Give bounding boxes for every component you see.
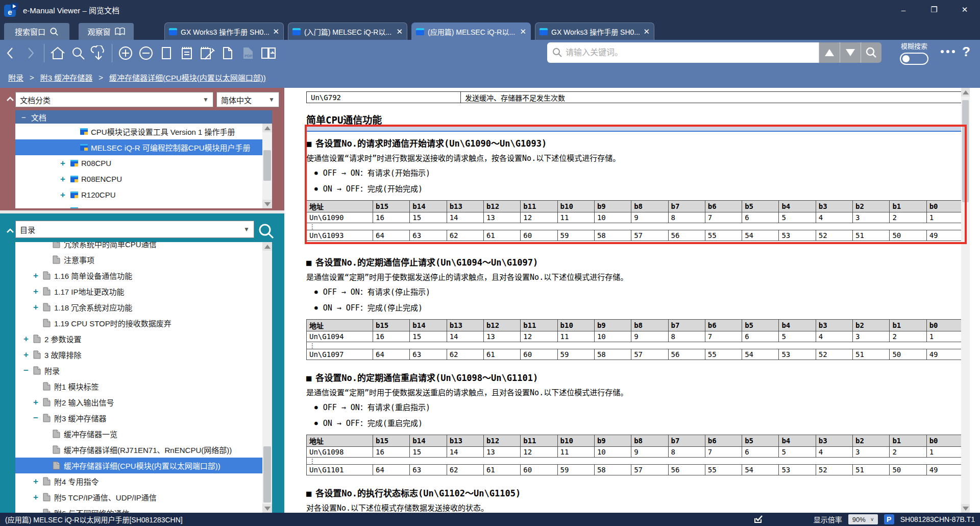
cloud-download-icon[interactable]: [88, 43, 109, 63]
facing-pages-icon[interactable]: [258, 43, 279, 63]
zoom-level-dropdown[interactable]: 90% ˅: [848, 514, 878, 524]
table-cell: 51: [853, 465, 890, 475]
toc-search-icon[interactable]: [258, 223, 275, 240]
minimize-button[interactable]: –: [888, 0, 919, 19]
expand-plus-icon[interactable]: +: [60, 190, 70, 200]
document-tree-header[interactable]: − 文档: [15, 110, 272, 124]
find-previous-button[interactable]: [819, 42, 840, 63]
help-icon[interactable]: ?: [962, 44, 970, 60]
close-tab-icon[interactable]: ✕: [396, 27, 403, 36]
tree-item[interactable]: +1.17 IP地址更改功能: [15, 283, 272, 299]
breadcrumb-link[interactable]: 附3 缓冲存储器: [40, 72, 93, 83]
pdf-badge-icon[interactable]: P: [884, 514, 894, 524]
table-cell: 3: [853, 212, 890, 223]
collapse-icon[interactable]: −: [21, 113, 26, 122]
zoom-in-icon[interactable]: [115, 43, 136, 63]
tree-item[interactable]: 缓冲存储器详细(RJ71EN71、RnENCPU(网络部)): [15, 442, 272, 458]
expand-plus-icon[interactable]: +: [33, 492, 43, 503]
find-next-button[interactable]: [840, 42, 861, 63]
home-icon[interactable]: [47, 43, 68, 63]
close-button[interactable]: ✕: [949, 0, 980, 19]
tree-item[interactable]: 1.19 CPU STOP时的接收数据废弃: [15, 315, 272, 331]
more-options-icon[interactable]: [941, 50, 955, 53]
tree-item[interactable]: CPU模块记录设置工具 Version 1 操作手册: [15, 124, 272, 139]
table-cell: 63: [410, 230, 447, 241]
collapse-doc-panel-icon[interactable]: [6, 96, 14, 102]
tree-item[interactable]: 附1 模块标签: [15, 378, 272, 394]
expand-plus-icon[interactable]: +: [23, 350, 33, 360]
tree-item[interactable]: 缓冲存储器一览: [15, 426, 272, 442]
document-tab[interactable]: (入门篇) MELSEC iQ-R以...✕: [288, 22, 407, 40]
close-tab-icon[interactable]: ✕: [520, 27, 526, 36]
collapse-toc-panel-icon[interactable]: [6, 228, 14, 234]
memo-edit-icon[interactable]: [197, 43, 217, 63]
bookmark-icon[interactable]: [156, 43, 177, 63]
document-tree-scrollbar[interactable]: [262, 124, 272, 208]
memo-icon[interactable]: [177, 43, 197, 63]
page-icon[interactable]: [217, 43, 238, 63]
toc-tree-scrollbar[interactable]: [262, 242, 272, 513]
expand-plus-icon[interactable]: +: [33, 397, 43, 408]
fuzzy-search-toggle[interactable]: [900, 53, 928, 65]
close-tab-icon[interactable]: ✕: [273, 27, 279, 36]
collapse-minus-icon[interactable]: −: [23, 366, 33, 376]
expand-plus-icon[interactable]: +: [60, 206, 70, 209]
tree-item[interactable]: +3 故障排除: [15, 347, 272, 363]
expand-plus-icon[interactable]: +: [60, 174, 70, 184]
tree-item[interactable]: +附2 输入输出信号: [15, 394, 272, 410]
tree-item[interactable]: +附4 专用指令: [15, 473, 272, 489]
tree-item[interactable]: 附6 与不同网络的通信: [15, 505, 272, 513]
tree-item[interactable]: +: [15, 203, 272, 208]
expand-plus-icon[interactable]: +: [33, 302, 43, 313]
table-row: Un\G792 发送缓冲、存储器不足发生次数: [307, 92, 964, 103]
toc-dropdown[interactable]: 目录 ▼: [15, 221, 254, 238]
forward-icon[interactable]: [20, 43, 41, 63]
zoom-out-icon[interactable]: [136, 43, 156, 63]
expand-plus-icon[interactable]: +: [23, 334, 33, 344]
expand-plus-icon[interactable]: +: [60, 158, 70, 169]
bit-pattern-table: 地址b15b14b13b12b11b10b9b8b7b6b5b4b3b2b1b0…: [306, 200, 964, 241]
keyword-search-input[interactable]: [547, 42, 819, 63]
tree-item[interactable]: 缓冲存储器详细(CPU模块(内置以太网端口部)): [15, 458, 272, 473]
pdf-icon[interactable]: PDF: [238, 43, 258, 63]
document-tab[interactable]: (应用篇) MELSEC iQ-R以...✕: [411, 22, 531, 40]
table-cell: 60: [521, 349, 557, 360]
breadcrumb-link[interactable]: 附录: [8, 72, 23, 83]
tree-item[interactable]: +R08CPU: [15, 155, 272, 171]
tree-item[interactable]: −附录: [15, 363, 272, 378]
document-category-dropdown[interactable]: 文档分类 ▼: [15, 92, 213, 107]
language-dropdown[interactable]: 简体中文 ▼: [216, 92, 279, 107]
expand-plus-icon[interactable]: +: [33, 476, 43, 487]
expand-plus-icon[interactable]: +: [33, 271, 43, 281]
content-scrollbar[interactable]: [961, 88, 970, 513]
document-tab[interactable]: GX Works3 操作手册 SH0...✕: [535, 22, 654, 40]
tree-item[interactable]: +附5 TCP/IP通信、UDP/IP通信: [15, 489, 272, 505]
breadcrumb-link[interactable]: 缓冲存储器详细(CPU模块(内置以太网端口部)): [109, 72, 266, 83]
tree-item[interactable]: −附3 缓冲存储器: [15, 410, 272, 426]
table-cell: Un\G1090: [307, 212, 373, 223]
tree-item[interactable]: +R08ENCPU: [15, 171, 272, 187]
close-tab-icon[interactable]: ✕: [643, 27, 650, 36]
tree-item[interactable]: 注意事项: [15, 252, 272, 268]
tree-item[interactable]: +1.18 冗余系统对应功能: [15, 299, 272, 315]
find-button[interactable]: [861, 42, 881, 63]
update-check-icon[interactable]: [753, 515, 764, 524]
back-icon[interactable]: [0, 43, 20, 63]
document-tab[interactable]: GX Works3 操作手册 SH0...✕: [164, 22, 284, 40]
tree-item[interactable]: +1.16 简单设备通信功能: [15, 268, 272, 283]
search-window-button[interactable]: 搜索窗口: [4, 23, 69, 40]
table-row: Un\G109416151413121110987654321: [307, 331, 964, 342]
tree-item[interactable]: 冗余系统中的简单CPU通信: [15, 242, 272, 252]
document-content: Un\G792 发送缓冲、存储器不足发生次数 简单CPU通信功能 ■各设置No.…: [284, 88, 970, 513]
expand-plus-icon[interactable]: +: [33, 286, 43, 297]
block-body-text: 使通信设置“请求时”时进行数据发送接收的请求触点，按各设置No.以下述位模式进行…: [306, 152, 964, 163]
block-heading: ■各设置No.的定期通信重启请求(Un\G1098～Un\G1101): [306, 371, 964, 384]
breadcrumb: 附录>附3 缓冲存储器>缓冲存储器详细(CPU模块(内置以太网端口部)): [0, 66, 980, 88]
tree-item[interactable]: +R120CPU: [15, 187, 272, 203]
tree-item[interactable]: +2 参数设置: [15, 331, 272, 347]
watch-window-button[interactable]: 观察窗: [79, 23, 134, 40]
restore-button[interactable]: ❐: [919, 0, 949, 19]
collapse-minus-icon[interactable]: −: [33, 413, 43, 423]
search-document-icon[interactable]: [68, 43, 88, 63]
tree-item[interactable]: MELSEC iQ-R 可编程控制器CPU模块用户手册: [15, 139, 272, 155]
